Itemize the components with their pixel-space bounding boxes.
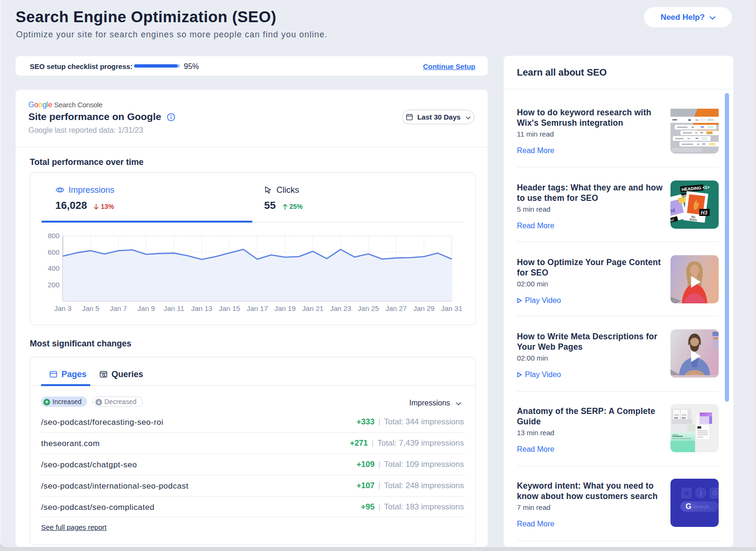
svg-text:G: G (686, 502, 691, 510)
svg-text:Jan 29: Jan 29 (413, 304, 435, 312)
svg-text:Jan 3: Jan 3 (54, 304, 72, 312)
svg-text:Jan 31: Jan 31 (441, 304, 462, 312)
svg-text:Jan 17: Jan 17 (247, 304, 268, 312)
svg-text:Jan 13: Jan 13 (191, 304, 212, 312)
svg-text:Jan 23: Jan 23 (330, 304, 351, 312)
svg-text:800: 800 (48, 232, 60, 240)
svg-text:Jan 25: Jan 25 (358, 304, 379, 312)
svg-text:600: 600 (48, 248, 60, 256)
svg-text:Search...: Search... (692, 504, 713, 509)
svg-text:Jan 11: Jan 11 (163, 304, 184, 312)
svg-text:Jan 15: Jan 15 (219, 304, 240, 312)
svg-text:H3: H3 (701, 210, 707, 215)
svg-text:200: 200 (48, 281, 60, 289)
svg-text:Jan 27: Jan 27 (386, 304, 407, 312)
svg-text:Jan 21: Jan 21 (302, 304, 324, 312)
svg-text:Jan 9: Jan 9 (137, 304, 155, 312)
svg-text:Jan 19: Jan 19 (275, 304, 296, 312)
svg-text:Jan 7: Jan 7 (110, 304, 127, 312)
svg-text:400: 400 (48, 264, 60, 272)
svg-text:Jan 5: Jan 5 (82, 304, 99, 312)
